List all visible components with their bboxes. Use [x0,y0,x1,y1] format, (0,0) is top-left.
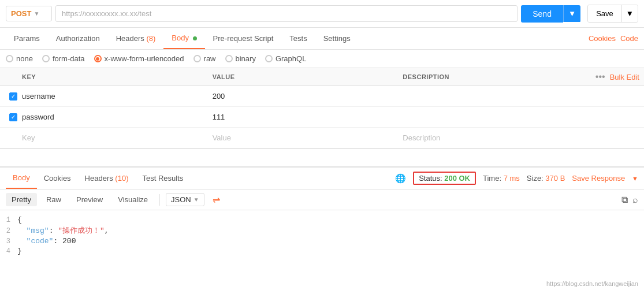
json-format-select[interactable]: JSON ▼ [166,193,204,206]
resp-tab-body[interactable]: Body [6,168,37,189]
line-num-4: 4 [0,247,17,255]
tab-authorization[interactable]: Authorization [48,28,108,49]
top-bar: POST ▼ Send ▼ Save ▼ [0,0,644,28]
radio-urlencoded[interactable]: x-www-form-urlencoded [94,54,184,63]
bulk-edit-button[interactable]: Bulk Edit [610,73,639,81]
radio-binary-label: binary [236,54,256,63]
line-num-2: 2 [0,227,17,235]
fmt-tab-preview[interactable]: Preview [70,193,109,206]
tab-body[interactable]: Body [163,28,204,49]
tab-headers[interactable]: Headers (8) [108,28,164,49]
radio-circle-urlencoded [94,55,102,62]
value-cell-1[interactable]: 200 [213,92,403,101]
send-arrow-button[interactable]: ▼ [563,5,580,22]
fmt-tab-raw[interactable]: Raw [40,193,67,206]
send-button[interactable]: Send [521,5,563,23]
fmt-tab-visualize[interactable]: Visualize [112,193,154,206]
col-value-header: VALUE [213,73,403,80]
radio-circle-form-data [42,55,50,62]
tab-tests[interactable]: Tests [281,28,315,49]
checkbox-checked-1[interactable] [9,92,17,101]
key-cell-2[interactable]: password [22,113,213,121]
resp-tab-cookies[interactable]: Cookies [37,168,78,188]
value-placeholder[interactable]: Value [213,133,403,142]
col-desc-header: DESCRIPTION [403,73,593,80]
main-tabs: Params Authorization Headers (8) Body Pr… [0,28,644,50]
fmt-tab-pretty[interactable]: Pretty [6,193,37,206]
size-value: 370 B [545,174,565,183]
format-bar: Pretty Raw Preview Visualize JSON ▼ ⇌ ⧉ … [0,189,644,210]
code-line-4: 4 } [0,246,644,256]
radio-graphql-label: GraphQL [276,54,306,63]
separator [159,194,160,206]
cookies-link[interactable]: Cookies [589,34,616,43]
size-info: Size: 370 B [527,174,565,183]
value-cell-2[interactable]: 111 [213,113,403,121]
save-button[interactable]: Save [588,5,621,22]
radio-circle-raw [193,55,201,62]
desc-placeholder[interactable]: Description [403,133,593,142]
radio-circle-none [6,55,13,62]
radio-none-label: none [16,54,33,63]
code-line-2: 2 "msg": "操作成功！", [0,225,644,236]
radio-raw[interactable]: raw [193,54,216,63]
wrap-icon[interactable]: ⇌ [213,194,220,205]
more-options-icon[interactable]: ••• [595,72,605,82]
key-cell-1[interactable]: username [22,92,213,101]
code-line-3: 3 "code": 200 [0,236,644,246]
json-format-label: JSON [171,195,191,204]
response-tabs: Body Cookies Headers (10) Test Results 🌐… [0,168,644,189]
code-line-1: 1 { [0,215,644,225]
params-table: KEY VALUE DESCRIPTION ••• Bulk Edit user… [0,68,644,149]
radio-none[interactable]: none [6,54,33,63]
code-content-1: { [17,215,22,224]
resp-right: 🌐 Status: 200 OK Time: 7 ms Size: 370 B … [395,172,638,185]
globe-icon[interactable]: 🌐 [395,173,406,184]
code-link[interactable]: Code [620,34,638,43]
checkbox-1[interactable] [5,92,22,101]
radio-circle-graphql [265,55,273,62]
table-row-placeholder: Key Value Description [0,128,644,148]
time-value: 7 ms [504,174,520,183]
status-badge: Status: 200 OK [413,172,476,185]
resp-tab-test-results[interactable]: Test Results [135,168,190,188]
code-key-code: "code" [27,237,54,246]
line-num-1: 1 [0,216,17,224]
radio-graphql[interactable]: GraphQL [265,54,306,63]
code-key-msg: "msg" [27,226,49,235]
fmt-right-icons: ⧉ ⌕ [621,195,638,205]
radio-binary[interactable]: binary [225,54,256,63]
save-response-arrow[interactable]: ▼ [632,175,638,182]
response-section: Body Cookies Headers (10) Test Results 🌐… [0,166,644,261]
code-content-2: "msg": "操作成功！", [17,225,109,236]
save-response-button[interactable]: Save Response [572,174,625,183]
checkbox-checked-2[interactable] [9,113,17,121]
tab-prerequest[interactable]: Pre-request Script [205,28,282,49]
json-format-arrow: ▼ [193,196,199,203]
method-arrow: ▼ [33,10,47,17]
time-info: Time: 7 ms [483,174,520,183]
line-num-3: 3 [0,237,17,246]
tab-settings[interactable]: Settings [315,28,359,49]
radio-raw-label: raw [204,54,216,63]
table-row: password 111 [0,107,644,128]
code-content-3: "code": 200 [17,237,76,246]
resp-tab-headers[interactable]: Headers (10) [78,168,136,188]
code-val-msg: "操作成功！" [58,226,105,235]
radio-circle-binary [225,55,233,62]
checkbox-2[interactable] [5,113,22,121]
radio-urlencoded-label: x-www-form-urlencoded [105,54,184,63]
method-label: POST [11,9,31,18]
search-icon[interactable]: ⌕ [632,195,638,205]
copy-icon[interactable]: ⧉ [621,195,628,205]
code-content-4: } [17,247,22,255]
code-output: 1 { 2 "msg": "操作成功！", 3 "code": 200 4 } [0,210,644,261]
key-placeholder[interactable]: Key [22,133,213,142]
tab-params[interactable]: Params [6,28,48,49]
radio-form-data[interactable]: form-data [42,54,85,63]
code-val-code: 200 [62,237,76,246]
save-arrow-button[interactable]: ▼ [621,5,638,22]
method-select[interactable]: POST ▼ [6,6,52,21]
url-input[interactable] [55,5,518,22]
table-header: KEY VALUE DESCRIPTION ••• Bulk Edit [0,68,644,86]
